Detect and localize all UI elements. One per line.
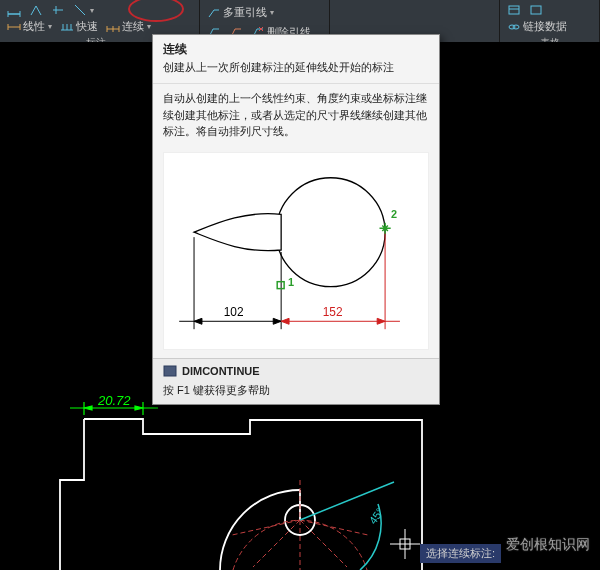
dim-tool-3[interactable] bbox=[48, 2, 68, 18]
svg-marker-49 bbox=[377, 318, 385, 324]
command-prompt[interactable]: 选择连续标注: bbox=[420, 544, 501, 563]
dimension-value: 20.72 bbox=[98, 393, 131, 408]
part-outline bbox=[60, 419, 422, 570]
dim-tool-4[interactable]: ▾ bbox=[70, 2, 97, 18]
linear-icon bbox=[7, 20, 21, 34]
dim-icon bbox=[7, 3, 21, 17]
svg-rect-19 bbox=[509, 6, 519, 14]
multileader-label: 多重引线 bbox=[223, 5, 267, 20]
link-data-label: 链接数据 bbox=[523, 19, 567, 34]
link-icon bbox=[507, 20, 521, 34]
dim-tool-1[interactable] bbox=[4, 2, 24, 18]
svg-rect-45 bbox=[277, 281, 284, 288]
chevron-down-icon: ▾ bbox=[270, 8, 274, 17]
tooltip-panel: 连续 创建从上一次所创建标注的延伸线处开始的标注 自动从创建的上一个线性约束、角… bbox=[152, 34, 440, 405]
chevron-down-icon: ▾ bbox=[147, 22, 151, 31]
tooltip-short-desc: 创建从上一次所创建标注的延伸线处开始的标注 bbox=[153, 60, 439, 83]
svg-line-31 bbox=[253, 520, 300, 567]
link-data-button[interactable]: 链接数据 bbox=[504, 18, 570, 35]
dim-icon bbox=[51, 3, 65, 17]
svg-line-5 bbox=[75, 5, 85, 15]
quick-icon bbox=[60, 20, 74, 34]
continue-dim-button[interactable]: 连续 ▾ bbox=[103, 18, 154, 35]
svg-point-23 bbox=[513, 25, 519, 29]
table-icon bbox=[507, 3, 521, 17]
svg-marker-48 bbox=[281, 318, 289, 324]
tt-p2: 2 bbox=[391, 208, 397, 220]
svg-line-33 bbox=[232, 520, 300, 535]
watermark: 爱创根知识网 bbox=[506, 536, 590, 554]
svg-marker-43 bbox=[194, 318, 202, 324]
linear-label: 线性 bbox=[23, 19, 45, 34]
tt-dim2: 152 bbox=[323, 305, 343, 319]
table-tool-1[interactable] bbox=[504, 2, 524, 18]
continue-label: 连续 bbox=[122, 19, 144, 34]
quick-dim-button[interactable]: 快速 bbox=[57, 18, 101, 35]
multileader-icon bbox=[207, 5, 221, 19]
quick-label: 快速 bbox=[76, 19, 98, 34]
tooltip-illustration: 102 152 1 2 bbox=[163, 152, 429, 350]
svg-marker-27 bbox=[84, 406, 92, 410]
chevron-down-icon: ▾ bbox=[90, 6, 94, 15]
ribbon-panel-table: 链接数据 表格 bbox=[500, 0, 600, 42]
svg-marker-28 bbox=[135, 406, 143, 410]
tooltip-help: 按 F1 键获得更多帮助 bbox=[153, 383, 439, 404]
svg-line-32 bbox=[300, 520, 347, 567]
tooltip-long-desc: 自动从创建的上一个线性约束、角度约束或坐标标注继续创建其他标注，或者从选定的尺寸… bbox=[153, 83, 439, 146]
tt-dim1: 102 bbox=[224, 305, 244, 319]
dim-icon bbox=[29, 3, 43, 17]
svg-line-34 bbox=[300, 520, 368, 535]
crosshair-cursor bbox=[390, 529, 420, 559]
dim-icon bbox=[73, 3, 87, 17]
svg-point-39 bbox=[276, 177, 385, 286]
tooltip-title: 连续 bbox=[153, 35, 439, 60]
svg-rect-21 bbox=[531, 6, 541, 14]
continue-icon bbox=[106, 20, 120, 34]
svg-rect-50 bbox=[164, 366, 176, 376]
multileader-button[interactable]: 多重引线 ▾ bbox=[204, 4, 277, 21]
chevron-down-icon: ▾ bbox=[48, 22, 52, 31]
table-icon bbox=[529, 3, 543, 17]
linear-dim-button[interactable]: 线性 ▾ bbox=[4, 18, 55, 35]
tt-p1: 1 bbox=[288, 275, 294, 287]
dim-tool-2[interactable] bbox=[26, 2, 46, 18]
table-tool-2[interactable] bbox=[526, 2, 546, 18]
command-icon bbox=[163, 364, 177, 378]
tooltip-command: DIMCONTINUE bbox=[153, 359, 439, 383]
